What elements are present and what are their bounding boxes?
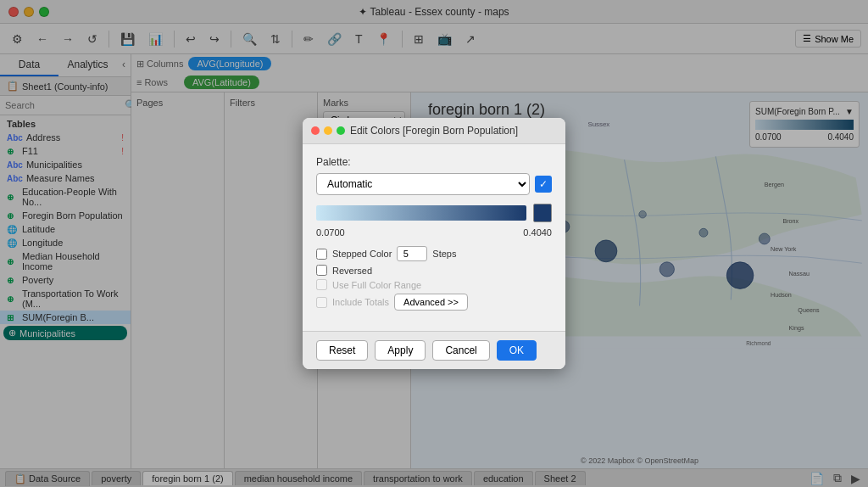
- full-range-row: Use Full Color Range: [316, 279, 552, 290]
- color-gradient-row: [316, 204, 552, 222]
- reversed-checkbox[interactable]: [316, 265, 327, 276]
- include-totals-row: Include Totals Advanced >>: [316, 294, 552, 311]
- modal-minimize-btn[interactable]: [324, 126, 332, 135]
- edit-colors-modal: Edit Colors [Foregin Born Population] Pa…: [303, 118, 565, 369]
- modal-close-btn[interactable]: [311, 126, 320, 135]
- reversed-label: Reversed: [332, 266, 372, 276]
- palette-select-row: Automatic ✓: [316, 173, 552, 195]
- modal-title: Edit Colors [Foregin Born Population]: [350, 125, 518, 137]
- palette-select[interactable]: Automatic: [316, 173, 530, 195]
- modal-body: Palette: Automatic ✓ 0.0700 0.4040: [303, 144, 565, 331]
- modal-overlay: Edit Colors [Foregin Born Population] Pa…: [0, 0, 868, 487]
- range-labels: 0.0700 0.4040: [316, 227, 552, 238]
- modal-maximize-btn[interactable]: [337, 126, 345, 135]
- stepped-color-checkbox[interactable]: [316, 249, 327, 260]
- full-range-checkbox[interactable]: [316, 279, 327, 290]
- stepped-color-label: Stepped Color: [332, 249, 392, 259]
- cancel-button[interactable]: Cancel: [432, 340, 489, 361]
- range-max: 0.4040: [523, 227, 552, 238]
- color-gradient: [316, 205, 526, 221]
- apply-button[interactable]: Apply: [375, 340, 426, 361]
- include-totals-checkbox[interactable]: [316, 297, 327, 308]
- ok-button[interactable]: OK: [497, 340, 537, 361]
- range-min: 0.0700: [316, 227, 345, 238]
- color-end-square[interactable]: [533, 204, 552, 222]
- modal-footer: Reset Apply Cancel OK: [303, 331, 565, 369]
- modal-options: Stepped Color Steps Reversed Use Full Co…: [316, 246, 552, 311]
- steps-input[interactable]: [397, 246, 427, 261]
- reset-button[interactable]: Reset: [316, 340, 368, 361]
- stepped-color-row: Stepped Color Steps: [316, 246, 552, 261]
- modal-title-bar: Edit Colors [Foregin Born Population]: [303, 118, 565, 144]
- modal-window-controls: [311, 126, 345, 135]
- steps-label: Steps: [432, 249, 456, 259]
- palette-check-btn[interactable]: ✓: [535, 176, 552, 193]
- reversed-row: Reversed: [316, 265, 552, 276]
- advanced-button[interactable]: Advanced >>: [394, 294, 468, 311]
- include-totals-label: Include Totals: [332, 297, 389, 307]
- full-range-label: Use Full Color Range: [332, 280, 421, 290]
- palette-label: Palette:: [316, 156, 552, 168]
